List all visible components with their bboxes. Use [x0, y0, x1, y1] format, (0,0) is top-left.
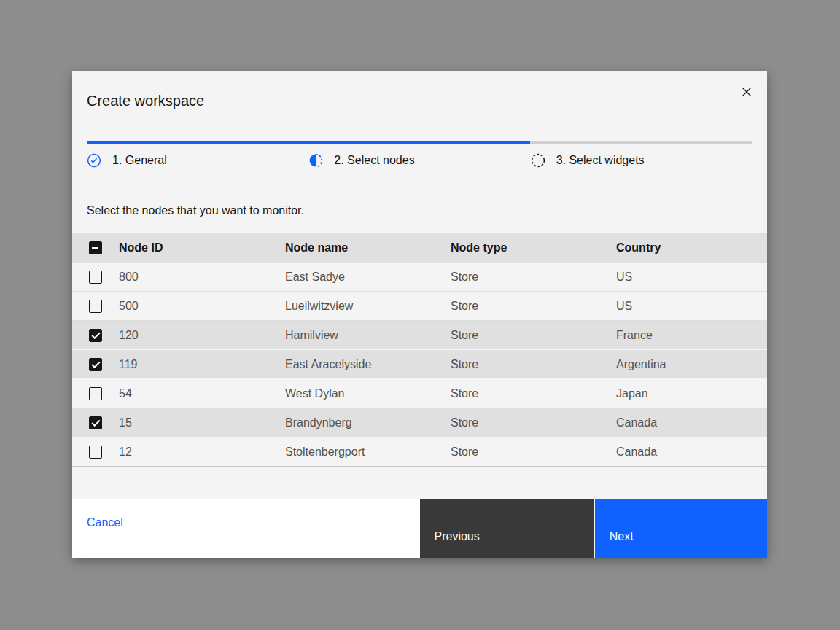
step-select-nodes[interactable]: 2. Select nodes	[308, 152, 530, 168]
cell-country: Canada	[616, 416, 767, 429]
row-checkbox-cell	[72, 387, 119, 400]
half-circle-icon	[308, 153, 323, 168]
cell-node-type: Store	[451, 387, 616, 400]
cell-country: US	[616, 300, 767, 313]
table-header-row: Node ID Node name Node type Country	[72, 233, 767, 262]
row-checkbox-cell	[72, 358, 119, 371]
table-row[interactable]: 119 East Aracelyside Store Argentina	[72, 350, 767, 379]
table-description: Select the nodes that you want to monito…	[87, 203, 752, 219]
cell-node-name: East Aracelyside	[285, 358, 451, 371]
cell-node-id: 119	[119, 358, 285, 371]
cell-node-id: 120	[119, 329, 285, 342]
cell-node-type: Store	[451, 358, 616, 371]
select-all-cell	[72, 241, 119, 254]
create-workspace-modal: Create workspace 1. General 2. Select no…	[72, 71, 767, 558]
modal-footer: Cancel Previous Next	[72, 499, 767, 558]
column-header-node-name: Node name	[285, 241, 451, 254]
cell-node-type: Store	[451, 416, 616, 429]
table-row[interactable]: 54 West Dylan Store Japan	[72, 379, 767, 408]
page-background: { "modal": { "title": "Create workspace"…	[0, 0, 840, 630]
cell-country: Canada	[616, 446, 767, 459]
step-select-widgets[interactable]: 3. Select widgets	[531, 152, 752, 168]
step-label: 3. Select widgets	[556, 152, 645, 168]
row-checkbox[interactable]	[89, 329, 102, 342]
cell-node-name: Hamilview	[285, 329, 451, 342]
modal-header: Create workspace	[72, 71, 767, 141]
footer-cancel-area: Cancel	[72, 499, 420, 558]
cell-node-name: East Sadye	[285, 271, 451, 284]
cell-node-id: 800	[119, 271, 285, 284]
cell-node-name: Stoltenbergport	[285, 446, 451, 459]
row-checkbox-cell	[72, 416, 119, 429]
table-row[interactable]: 120 Hamilview Store France	[72, 321, 767, 350]
column-header-node-type: Node type	[451, 241, 616, 254]
row-checkbox[interactable]	[89, 271, 102, 284]
cancel-button[interactable]: Cancel	[87, 515, 123, 531]
row-checkbox[interactable]	[89, 300, 102, 313]
stepper: 1. General 2. Select nodes 3. Select wid…	[87, 144, 752, 168]
row-checkbox[interactable]	[89, 446, 102, 459]
cell-node-id: 54	[119, 387, 285, 400]
cell-node-type: Store	[451, 329, 616, 342]
row-checkbox[interactable]	[89, 387, 102, 400]
cell-country: Japan	[616, 387, 767, 400]
table-row[interactable]: 15 Brandynberg Store Canada	[72, 408, 767, 438]
step-label: 2. Select nodes	[334, 152, 414, 168]
cell-node-type: Store	[451, 271, 616, 284]
table-row[interactable]: 800 East Sadye Store US	[72, 262, 767, 292]
nodes-table: Node ID Node name Node type Country 800 …	[72, 233, 767, 467]
step-label: 1. General	[112, 152, 167, 168]
table-row[interactable]: 500 Lueilwitzview Store US	[72, 292, 767, 321]
row-checkbox[interactable]	[89, 358, 102, 371]
previous-button[interactable]: Previous	[420, 499, 594, 558]
cell-country: France	[616, 329, 767, 342]
table-body: 800 East Sadye Store US 500 Lueilwitzvie…	[72, 262, 767, 467]
cell-node-type: Store	[451, 300, 616, 313]
column-header-country: Country	[616, 241, 767, 254]
cell-node-id: 15	[119, 416, 285, 429]
step-general[interactable]: 1. General	[87, 152, 308, 168]
select-all-checkbox[interactable]	[89, 241, 102, 254]
checkmark-circle-icon	[87, 153, 101, 168]
row-checkbox-cell	[72, 446, 119, 459]
table-row[interactable]: 12 Stoltenbergport Store Canada	[72, 438, 767, 467]
next-button[interactable]: Next	[594, 499, 767, 558]
cell-node-name: Lueilwitzview	[285, 300, 451, 313]
row-checkbox-cell	[72, 329, 119, 342]
column-header-node-id: Node ID	[119, 241, 285, 254]
row-checkbox-cell	[72, 271, 119, 284]
row-checkbox-cell	[72, 300, 119, 313]
row-checkbox[interactable]	[89, 416, 102, 429]
dashed-circle-icon	[531, 153, 545, 168]
cell-node-id: 12	[119, 446, 285, 459]
cell-country: US	[616, 271, 767, 284]
page-title: Create workspace	[87, 90, 752, 111]
cell-node-id: 500	[119, 300, 285, 313]
cell-node-name: Brandynberg	[285, 416, 451, 429]
close-icon	[741, 86, 752, 98]
close-button[interactable]	[734, 79, 760, 105]
cell-node-name: West Dylan	[285, 387, 451, 400]
cell-node-type: Store	[451, 446, 616, 459]
cell-country: Argentina	[616, 358, 767, 371]
